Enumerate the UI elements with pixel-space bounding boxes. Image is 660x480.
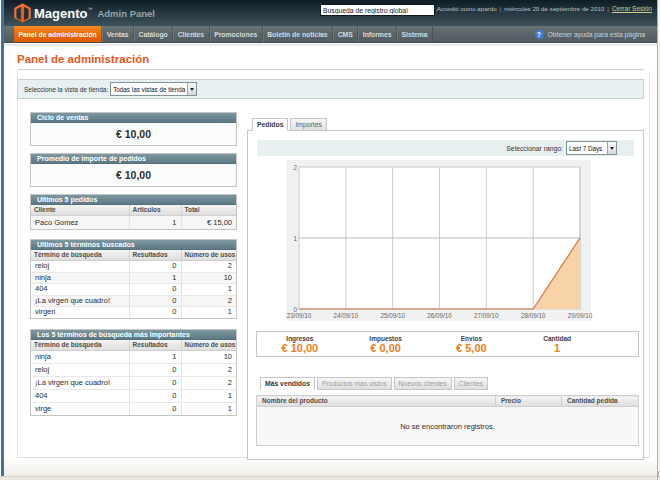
table-cell: 0 <box>129 402 181 415</box>
logo-subtitle: Admin Panel <box>97 8 155 19</box>
logo-title: Magento™ <box>34 6 92 21</box>
store-view-select[interactable]: Todas las vistas de tienda <box>110 82 197 96</box>
total-value: € 10,00 <box>282 342 319 354</box>
total-label: Impuestos <box>369 335 402 342</box>
orders-chart: 01223/09/1024/09/1025/09/1026/09/1027/09… <box>286 160 591 321</box>
magento-admin-window: Magento™ Admin Panel Accedió como apardo… <box>4 0 657 476</box>
nav-item-0[interactable]: Panel de administración <box>14 26 102 42</box>
table-cell: 0 <box>129 363 181 376</box>
table-cell: ninja <box>31 350 129 363</box>
page-title: Panel de administración <box>17 53 149 65</box>
select-arrow-icon <box>187 83 196 95</box>
search-term-row[interactable]: ¡La virgen que cuadro!02 <box>31 376 236 389</box>
svg-text:27/09/10: 27/09/10 <box>474 312 499 319</box>
store-view-switcher: Seleccione la vista de tienda: Todas las… <box>17 79 644 99</box>
table-cell: 0 <box>129 376 181 389</box>
svg-text:1: 1 <box>293 235 297 242</box>
table-cell: 1 <box>129 272 181 284</box>
nav-item-8[interactable]: Sistema <box>397 26 433 42</box>
bottom-fade <box>4 458 657 476</box>
nav-item-3[interactable]: Clientes <box>173 26 209 42</box>
table-row[interactable]: Paco Gomez 1 € 15,00 <box>31 216 236 230</box>
nav-item-4[interactable]: Promociones <box>210 26 263 42</box>
average-orders-box: Promedio de importe de pedidos € 10,00 <box>30 153 237 187</box>
main-nav-bar: Panel de administraciónVentasCatálogoCli… <box>4 26 657 43</box>
lifetime-sales-value: € 10,00 <box>31 123 236 145</box>
grids-tabs: Más vendidosProductos más vistosNuevos c… <box>260 377 490 390</box>
table-cell: ninja <box>31 272 129 284</box>
table-cell: 10 <box>181 350 236 363</box>
diagram-panel: Seleccionar rango: Last 7 Days 01223/09/… <box>247 130 644 460</box>
select-arrow-icon <box>607 142 616 154</box>
range-label: Seleccionar rango: <box>506 145 563 152</box>
search-term-row[interactable]: ninja110 <box>31 272 236 284</box>
total-label: Ingresos <box>286 335 313 342</box>
table-cell: 2 <box>181 295 236 307</box>
average-orders-value: € 10,00 <box>31 164 236 186</box>
top-header-bar: Magento™ Admin Panel Accedió como apardo… <box>4 0 657 26</box>
table-cell: 404 <box>31 284 129 296</box>
top-search-terms-box: Los 5 términos de búsqueda más important… <box>30 329 237 416</box>
table-cell: 0 <box>129 284 181 296</box>
last-search-terms-box: Ultimos 5 términos buscados Término de b… <box>30 239 237 319</box>
total-envios: Envios€ 5,00 <box>429 332 515 356</box>
page-help-link[interactable]: ? Obtener ayuda para esta página <box>535 26 658 42</box>
top-search-terms-title: Los 5 términos de búsqueda más important… <box>31 330 236 340</box>
dashboard-left-column: Ciclo de ventas € 10,00 Promedio de impo… <box>30 112 237 416</box>
dashboard-main-column: Pedidos Importes Seleccionar rango: Last… <box>247 118 644 460</box>
last-orders-table: Cliente Articulos Total Paco Gomez 1 € 1… <box>31 205 236 229</box>
svg-text:23/09/10: 23/09/10 <box>287 312 312 319</box>
empty-table-message: No se encontraron registros. <box>257 407 639 446</box>
total-value: € 5,00 <box>456 342 487 354</box>
nav-item-7[interactable]: Informes <box>358 26 397 42</box>
nav-item-1[interactable]: Ventas <box>102 26 134 42</box>
total-cantidad: Cantidad1 <box>514 332 638 356</box>
logo-tm: ™ <box>87 6 92 12</box>
table-cell: 0 <box>129 307 181 318</box>
svg-text:25/09/10: 25/09/10 <box>380 312 405 319</box>
grid-tab-3[interactable]: Clientes <box>454 377 489 390</box>
table-cell: virgen <box>31 307 129 318</box>
table-cell: 0 <box>129 389 181 402</box>
grid-tab-1[interactable]: Productos más vistos <box>317 377 392 390</box>
title-divider <box>17 69 644 71</box>
nav-item-6[interactable]: CMS <box>333 26 358 42</box>
nav-item-5[interactable]: Boletín de noticias <box>263 26 333 42</box>
table-cell: ¡La virgen que cuadro! <box>31 295 129 307</box>
range-selector-bar: Seleccionar rango: Last 7 Days <box>257 140 634 156</box>
search-term-row[interactable]: ¡La virgen que cuadro!02 <box>31 295 236 307</box>
nav-item-2[interactable]: Catálogo <box>134 26 173 42</box>
grid-tab-2[interactable]: Nuevos clientes <box>394 377 452 390</box>
table-cell: reloj <box>31 261 129 273</box>
total-value: € 0,00 <box>370 342 401 354</box>
search-term-row[interactable]: 40401 <box>31 389 236 402</box>
table-cell: 1 <box>129 216 181 230</box>
last-search-terms-title: Ultimos 5 términos buscados <box>31 240 236 250</box>
svg-text:29/09/10: 29/09/10 <box>568 312 593 319</box>
table-cell: 1 <box>181 284 236 296</box>
global-search-input[interactable] <box>320 4 435 16</box>
last-search-terms-table: Término de búsqueda Resultados Número de… <box>31 250 236 318</box>
logout-link[interactable]: Cerrar Sesión <box>612 5 652 12</box>
products-table: Nombre del producto Precio Cantidad pedi… <box>256 395 639 446</box>
table-cell: 2 <box>181 376 236 389</box>
search-term-row[interactable]: virgen01 <box>31 307 236 318</box>
search-term-row[interactable]: reloj02 <box>31 363 236 376</box>
table-cell: 0 <box>129 261 181 273</box>
search-term-row[interactable]: virge01 <box>31 402 236 415</box>
tab-pedidos[interactable]: Pedidos <box>252 118 288 131</box>
search-term-row[interactable]: reloj02 <box>31 261 236 273</box>
header-user-info: Accedió como apardo | miércoles 29 de se… <box>437 0 652 17</box>
search-term-row[interactable]: 40401 <box>31 284 236 296</box>
header-date: miércoles 29 de septiembre de 2010 <box>504 5 604 12</box>
grid-tab-0[interactable]: Más vendidos <box>260 377 315 390</box>
window-frame-right <box>657 0 658 480</box>
nav-shadow <box>4 44 657 46</box>
table-cell: virge <box>31 402 129 415</box>
range-select[interactable]: Last 7 Days <box>566 141 617 155</box>
svg-text:26/09/10: 26/09/10 <box>427 312 452 319</box>
total-impuestos: Impuestos€ 0,00 <box>343 332 429 356</box>
search-term-row[interactable]: ninja110 <box>31 350 236 363</box>
logged-in-as: Accedió como apardo <box>437 5 497 12</box>
table-cell: reloj <box>31 363 129 376</box>
